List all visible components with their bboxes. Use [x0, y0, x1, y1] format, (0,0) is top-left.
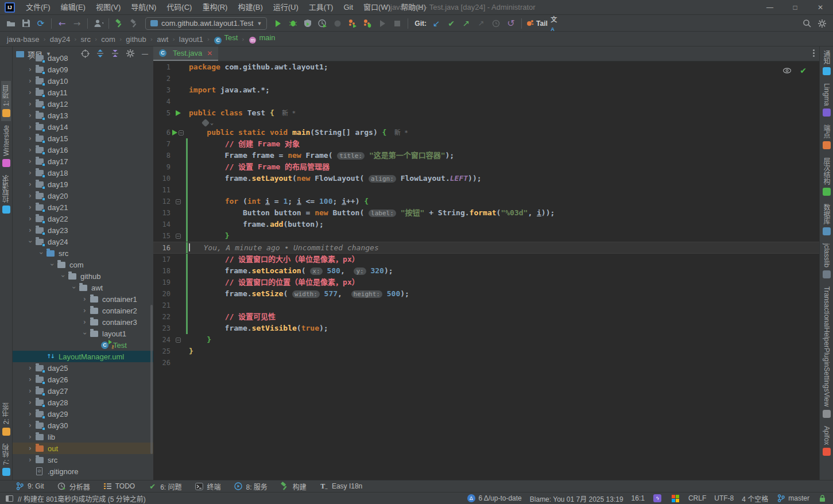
tree-item-container2[interactable]: ›container2: [13, 305, 153, 316]
status-item-Blame: You 01 7月 2025 13:19[interactable]: Blame: You 01 7月 2025 13:19: [530, 494, 623, 503]
chevron-collapsed-icon[interactable]: ›: [25, 146, 35, 154]
git-rollback-button[interactable]: ↺: [504, 17, 518, 30]
tree-item-day12[interactable]: ›day12: [13, 98, 153, 110]
code-line-19[interactable]: 19 // 设置窗口的位置（单位是像素，px）: [153, 277, 819, 288]
tree-item-lib[interactable]: ›lib: [13, 431, 153, 443]
code-line-8[interactable]: 8 Frame frame = new Frame( title: "这是第一个…: [153, 150, 819, 161]
tab-options-icon[interactable]: [813, 49, 815, 57]
minimize-window-button[interactable]: —: [757, 0, 782, 15]
tail-button[interactable]: Tail: [525, 17, 548, 30]
stripe-item-right-jclasslib[interactable]: jclasslib: [823, 239, 831, 282]
chevron-collapsed-icon[interactable]: ›: [25, 134, 35, 142]
chevron-collapsed-icon[interactable]: ›: [25, 387, 35, 395]
menu-item-3[interactable]: 视图(V): [91, 0, 126, 15]
chevron-collapsed-icon[interactable]: ›: [25, 65, 35, 73]
toolwindow-button-TODO[interactable]: TODO: [103, 482, 135, 491]
tree-item-container3[interactable]: ›container3: [13, 316, 153, 328]
tree-item-day09[interactable]: ›day09: [13, 64, 153, 75]
status-item-16:1[interactable]: 16:1: [631, 494, 645, 502]
menu-item-6[interactable]: 重构(R): [197, 0, 233, 15]
chevron-collapsed-icon[interactable]: ›: [25, 375, 35, 383]
code-line-1[interactable]: 1package com.github.awt.layout1;: [153, 61, 819, 73]
chevron-expanded-icon[interactable]: ›: [59, 272, 67, 281]
translate-button[interactable]: 文A: [549, 17, 563, 30]
code-line-5[interactable]: 5public class Test { 新 *: [153, 107, 819, 119]
chevron-collapsed-icon[interactable]: ›: [25, 410, 35, 418]
status-item-UTF-8[interactable]: UTF-8: [714, 494, 734, 502]
tree-item-layout1[interactable]: ›layout1: [13, 328, 153, 339]
code-line-4[interactable]: 4: [153, 96, 819, 107]
stripe-item-right-Lingma[interactable]: Lingma: [823, 79, 831, 121]
menu-item-4[interactable]: 导航(N): [126, 0, 161, 15]
related-problems-icon[interactable]: ⌄: [203, 119, 214, 127]
tree-item-LayoutManager.uml[interactable]: ↑↓LayoutManager.uml: [13, 351, 153, 362]
chevron-collapsed-icon[interactable]: ›: [25, 54, 35, 62]
toolwindow-button-8: 服务[interactable]: 8: 服务: [234, 482, 268, 491]
code-editor[interactable]: 1package com.github.awt.layout1;23import…: [153, 61, 819, 480]
chevron-collapsed-icon[interactable]: ›: [25, 111, 35, 119]
fold-marker-icon[interactable]: [179, 130, 184, 135]
settings-gear-button[interactable]: [815, 17, 829, 30]
breadcrumb-item-test[interactable]: C Test: [212, 33, 239, 45]
git-history-disabled-button[interactable]: [489, 17, 503, 30]
coverage-shield-button[interactable]: [301, 17, 315, 30]
run-line-icon[interactable]: [172, 130, 177, 135]
code-line-25[interactable]: 25}: [153, 346, 819, 357]
stripe-item-left-1: 项目[interactable]: 1: 项目: [1, 81, 11, 121]
status-item-6 Δ/up-to-date[interactable]: Δ6 Δ/up-to-date: [466, 494, 521, 503]
chevron-collapsed-icon[interactable]: ›: [25, 421, 35, 429]
stripe-item-right-Apifox[interactable]: Apifox: [823, 422, 831, 460]
chevron-expanded-icon[interactable]: ›: [48, 260, 56, 270]
fold-marker-icon[interactable]: [176, 199, 181, 204]
chevron-collapsed-icon[interactable]: ›: [25, 226, 35, 234]
tree-item-github[interactable]: ›github: [13, 270, 153, 282]
breadcrumb-item-java-base[interactable]: java-base: [6, 35, 40, 44]
breadcrumb-item-day24[interactable]: day24: [49, 35, 71, 44]
breadcrumb-item-awt[interactable]: awt: [156, 35, 169, 44]
chevron-collapsed-icon[interactable]: ›: [25, 398, 35, 406]
git-commit-button[interactable]: ✔: [444, 17, 458, 30]
breadcrumb-item-src[interactable]: src: [80, 35, 92, 44]
menu-item-2[interactable]: 编辑(E): [56, 0, 91, 15]
chevron-collapsed-icon[interactable]: ›: [25, 157, 35, 165]
menu-item-5[interactable]: 代码(C): [161, 0, 197, 15]
inspections-ok-icon[interactable]: ✔: [800, 66, 807, 75]
highlight-eye-icon[interactable]: [782, 66, 792, 75]
tree-item-day29[interactable]: ›day29: [13, 408, 153, 420]
code-line-14[interactable]: 14 frame.add(button);: [153, 219, 819, 230]
chevron-collapsed-icon[interactable]: ›: [25, 77, 35, 85]
status-item-lock[interactable]: [817, 494, 827, 503]
stripe-item-right-TransactionalHelperPluginSettingsView[interactable]: TransactionalHelperPluginSettingsView: [823, 282, 831, 421]
chevron-collapsed-icon[interactable]: ›: [25, 100, 35, 108]
blob-disabled-button[interactable]: [331, 17, 344, 30]
tree-item-day19[interactable]: ›day19: [13, 179, 153, 190]
stripe-item-right-数据库[interactable]: 数据库: [822, 200, 831, 239]
code-line-24[interactable]: 24 }: [153, 334, 819, 346]
hot-debug-button[interactable]: [361, 17, 374, 30]
project-scrollbar[interactable]: [150, 305, 153, 454]
code-line-23[interactable]: 23 frame.setVisible(true);: [153, 323, 819, 334]
close-window-button[interactable]: ✕: [808, 0, 833, 15]
git-update-button[interactable]: ↙: [429, 17, 443, 30]
stop-disabled-button[interactable]: [390, 17, 404, 30]
menu-item-1[interactable]: 文件(F): [21, 0, 56, 15]
play-disabled-button[interactable]: [375, 17, 389, 30]
git-fetch-disabled-button[interactable]: ↗: [474, 17, 488, 30]
tree-item-awt[interactable]: ›awt: [13, 282, 153, 293]
chevron-collapsed-icon[interactable]: ›: [80, 307, 90, 315]
code-line-21[interactable]: 21: [153, 300, 819, 311]
chevron-expanded-icon[interactable]: ›: [26, 237, 34, 247]
user-dropdown-button[interactable]: [91, 17, 105, 30]
status-item-4 个空格[interactable]: 4 个空格: [742, 494, 768, 503]
tree-item-day22[interactable]: ›day22: [13, 213, 153, 224]
chevron-collapsed-icon[interactable]: ›: [25, 88, 35, 96]
chevron-collapsed-icon[interactable]: ›: [25, 215, 35, 223]
open-folder-button[interactable]: [4, 17, 18, 30]
tree-item-day17[interactable]: ›day17: [13, 156, 153, 167]
code-line-18[interactable]: 18 frame.setLocation( x: 580, y: 320);: [153, 265, 819, 277]
code-line-10[interactable]: 10 frame.setLayout(new FlowLayout( align…: [153, 173, 819, 184]
menu-item-7[interactable]: 构建(B): [233, 0, 268, 15]
status-item-CRLF[interactable]: CRLF: [688, 494, 706, 502]
chevron-collapsed-icon[interactable]: ›: [25, 456, 35, 464]
code-line-16[interactable]: 16 You, A minute ago • Uncommitted chang…: [153, 242, 819, 254]
